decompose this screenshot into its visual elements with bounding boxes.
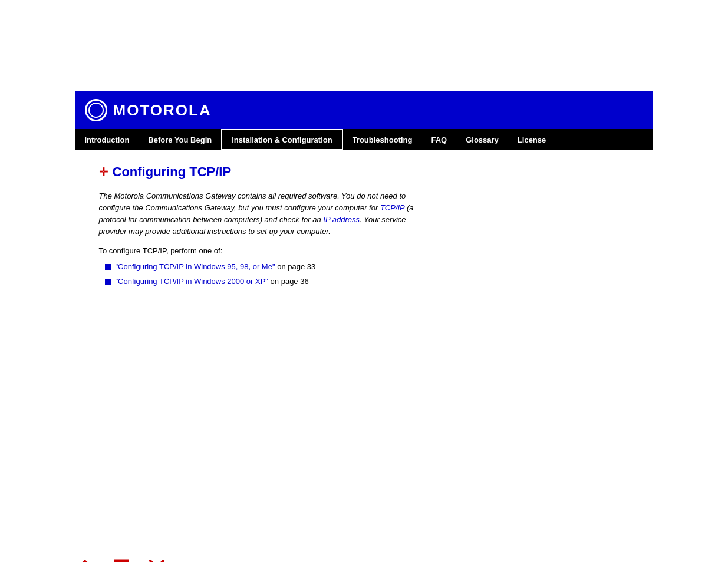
nav-faq[interactable]: FAQ: [421, 129, 456, 150]
header-bar: MOTOROLA: [75, 91, 653, 129]
home-icon: [75, 558, 94, 562]
motorola-logo-circle: [85, 99, 107, 121]
tcpip-link[interactable]: TCP/IP: [380, 203, 404, 212]
svg-rect-2: [114, 560, 129, 563]
ip-address-link[interactable]: IP address: [323, 215, 360, 224]
nav-installation-configuration[interactable]: Installation & Configuration: [221, 129, 342, 150]
print-button[interactable]: Print: [111, 559, 132, 562]
bullet-icon-2: [105, 279, 111, 285]
logo-inner-circle: [88, 103, 104, 118]
nav-license[interactable]: License: [508, 129, 555, 150]
bullet-list: "Configuring TCP/IP in Windows 95, 98, o…: [99, 262, 630, 286]
title-bullet-icon: ✛: [99, 166, 108, 178]
win2000-link[interactable]: "Configuring TCP/IP in Windows 2000 or X…: [116, 277, 269, 286]
nav-glossary[interactable]: Glossary: [456, 129, 508, 150]
nav-introduction[interactable]: Introduction: [75, 129, 139, 150]
list-item-win9x: "Configuring TCP/IP in Windows 95, 98, o…: [105, 262, 630, 271]
win9x-link[interactable]: "Configuring TCP/IP in Windows 95, 98, o…: [116, 262, 275, 271]
nav-troubleshooting[interactable]: Troubleshooting: [343, 129, 422, 150]
bullet-icon-1: [105, 264, 111, 270]
configure-line: To configure TCP/IP, perform one of:: [99, 246, 630, 255]
footer-area: Home Print Exit ◄ 3: [75, 551, 653, 562]
exit-icon: [149, 559, 165, 562]
page-title: ✛ Configuring TCP/IP: [99, 164, 630, 180]
nav-bar: Introduction Before You Begin Installati…: [75, 129, 653, 150]
content-area: ✛ Configuring TCP/IP The Motorola Commun…: [75, 150, 653, 445]
intro-paragraph: The Motorola Communications Gateway cont…: [99, 190, 429, 238]
nav-before-you-begin[interactable]: Before You Begin: [139, 129, 221, 150]
svg-marker-0: [77, 560, 93, 562]
home-button[interactable]: Home: [75, 558, 94, 562]
brand-name: MOTOROLA: [113, 101, 212, 120]
exit-button[interactable]: Exit: [149, 559, 165, 562]
list-item-win2000: "Configuring TCP/IP in Windows 2000 or X…: [105, 277, 630, 286]
print-icon: [111, 559, 132, 562]
